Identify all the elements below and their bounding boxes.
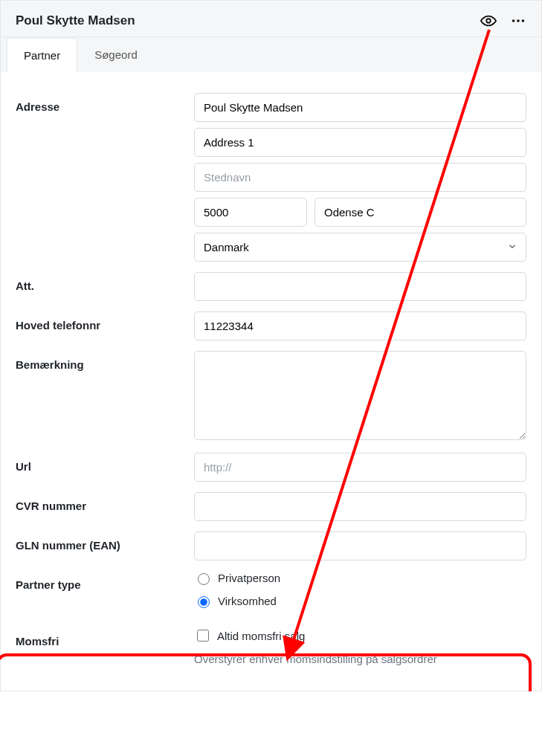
label-partner-type: Partner type — [16, 571, 194, 591]
label-momsfri: Momsfri — [16, 627, 194, 647]
svg-point-2 — [517, 19, 520, 22]
label-telefon: Hoved telefonnr — [16, 311, 194, 332]
tab-partner[interactable]: Partner — [7, 38, 77, 73]
name-input[interactable] — [194, 93, 526, 122]
url-input[interactable] — [194, 453, 526, 482]
radio-virksomhed[interactable]: Virksomhed — [194, 594, 526, 608]
label-att: Att. — [16, 272, 194, 292]
radio-virksomhed-input[interactable] — [198, 596, 210, 608]
visibility-eye-icon[interactable] — [480, 13, 497, 29]
stednavn-input[interactable] — [194, 163, 526, 192]
checkbox-momsfri-input[interactable] — [197, 630, 209, 642]
label-bemaerkning: Bemærkning — [16, 351, 194, 371]
checkbox-momsfri[interactable]: Altid momsfri salg — [194, 627, 526, 644]
label-cvr: CVR nummer — [16, 492, 194, 512]
radio-privatperson[interactable]: Privatperson — [194, 571, 526, 585]
cvr-input[interactable] — [194, 492, 526, 521]
radio-privatperson-input[interactable] — [198, 573, 210, 585]
label-gln: GLN nummer (EAN) — [16, 532, 194, 552]
label-adresse: Adresse — [16, 93, 194, 113]
momsfri-hint: Overstyrer enhver momsindstilling på sal… — [194, 653, 526, 665]
radio-virksomhed-label: Virksomhed — [218, 595, 277, 607]
address1-input[interactable] — [194, 128, 526, 157]
panel-header: Poul Skytte Madsen — [1, 1, 541, 37]
form-body: Adresse Danmark — [1, 72, 541, 691]
more-menu-icon[interactable] — [510, 13, 526, 29]
city-input[interactable] — [314, 198, 526, 227]
svg-point-1 — [512, 19, 515, 22]
telefon-input[interactable] — [194, 311, 526, 340]
country-select[interactable]: Danmark — [194, 233, 526, 262]
gln-input[interactable] — [194, 532, 526, 560]
tab-sogeord[interactable]: Søgeord — [77, 37, 155, 72]
page-title: Poul Skytte Madsen — [16, 13, 480, 28]
tab-bar: Partner Søgeord — [1, 37, 541, 72]
bemaerkning-textarea[interactable] — [194, 351, 526, 440]
label-url: Url — [16, 453, 194, 473]
postal-input[interactable] — [194, 198, 307, 227]
svg-point-0 — [486, 19, 491, 23]
checkbox-momsfri-label: Altid momsfri salg — [217, 630, 305, 642]
svg-point-3 — [522, 19, 525, 22]
att-input[interactable] — [194, 272, 526, 301]
radio-privatperson-label: Privatperson — [218, 572, 280, 584]
